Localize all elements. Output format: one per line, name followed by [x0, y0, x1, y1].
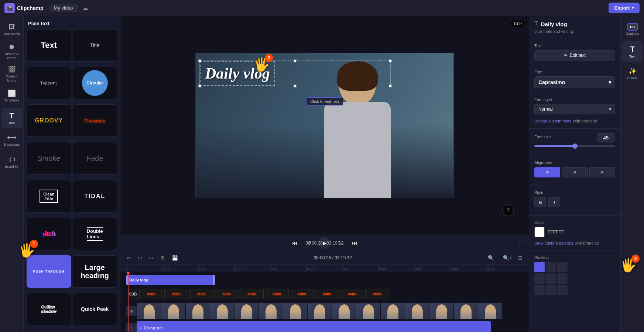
rp-color-swatch[interactable] — [534, 227, 545, 237]
sidebar-item-record-create[interactable]: ⏺ Record & create — [1, 41, 22, 62]
fullscreen-button[interactable]: ⛶ — [519, 240, 524, 246]
fit-button[interactable]: ⊡ — [516, 254, 524, 262]
sidebar-item-content-library[interactable]: 🎬 Content library — [1, 63, 22, 84]
thumb-12[interactable] — [405, 303, 429, 319]
tools-item-effects[interactable]: ✨ Effects — [622, 63, 643, 84]
thumb-1[interactable] — [137, 303, 161, 319]
sub-chip-2[interactable]: SUBS — [164, 289, 188, 299]
handle-br[interactable] — [389, 84, 392, 87]
pos-cell-bl[interactable] — [534, 285, 545, 295]
sub-chip-1[interactable]: SUBS — [139, 289, 163, 299]
rp-font-size-input[interactable] — [597, 133, 615, 142]
help-button[interactable]: ? — [502, 204, 514, 216]
pos-cell-tr[interactable] — [557, 262, 568, 272]
card-fireworks[interactable]: Fireworks — [73, 104, 117, 137]
card-outline-shadow[interactable]: Outlineshadow — [27, 293, 71, 325]
sidebar-item-text[interactable]: T Text — [1, 108, 22, 128]
card-groovy[interactable]: GROOVY — [27, 104, 71, 137]
thumb-5[interactable] — [234, 303, 258, 319]
sub-chip-6[interactable]: SUBS — [265, 289, 289, 299]
card-title[interactable]: Title — [73, 29, 117, 62]
thumb-14[interactable] — [454, 303, 478, 319]
thumb-7[interactable] — [283, 303, 307, 319]
thumb-4[interactable] — [210, 303, 234, 319]
rp-edit-text-button[interactable]: ✏ Edit text — [534, 50, 615, 60]
rp-align-center-button[interactable]: ≡ — [562, 167, 588, 177]
card-fade[interactable]: Fade — [73, 142, 117, 174]
card-push-through[interactable]: PUSH THROUGH — [27, 255, 71, 288]
pos-cell-mr[interactable] — [557, 273, 568, 284]
pos-cell-ml[interactable] — [534, 273, 545, 284]
sidebar-item-transitions[interactable]: ⟷ Transitions — [1, 130, 22, 151]
skip-back-button[interactable]: ⏮ — [290, 238, 299, 248]
skip-forward-button[interactable]: ⏭ — [350, 238, 359, 248]
tools-item-text[interactable]: T Text — [622, 41, 643, 62]
pos-cell-mc[interactable] — [546, 273, 556, 284]
card-smoke[interactable]: Smoke — [27, 142, 71, 174]
thumb-11[interactable] — [381, 303, 405, 319]
delete-button[interactable]: 🗑 — [158, 254, 167, 262]
card-circular[interactable]: Circular — [73, 67, 117, 99]
sub-chip-3[interactable]: SUBS — [189, 289, 213, 299]
rp-slider-thumb[interactable] — [572, 143, 578, 149]
rp-upload-fonts-link[interactable]: Upload custom fonts — [534, 119, 571, 123]
thumb-8[interactable] — [308, 303, 332, 319]
text-overlay-container[interactable]: Daily vlog — [199, 60, 391, 86]
pos-cell-tl[interactable] — [534, 262, 545, 272]
text-clip[interactable]: Daily vlog — [126, 275, 215, 285]
card-double-lines[interactable]: DoubleLines — [73, 218, 117, 250]
rp-align-right-button[interactable]: ≡ — [589, 167, 615, 177]
card-glitch[interactable]: ᵹitch — [27, 218, 71, 250]
handle-bc[interactable] — [294, 84, 297, 87]
thumb-2[interactable] — [161, 303, 185, 319]
thumb-3[interactable] — [186, 303, 210, 319]
rp-font-select[interactable]: Caprasimo ▾ — [534, 76, 615, 88]
video-tab[interactable]: My video — [49, 4, 78, 12]
rp-save-palettes-link[interactable]: Save custom palettes — [534, 241, 573, 245]
rp-font-size-slider[interactable] — [534, 145, 615, 147]
timeline-tracks[interactable]: Daily vlog SUB SUBS SUBS SUBS SUBS SUBS … — [120, 272, 529, 332]
rp-font-style-select[interactable]: Normal ▾ — [534, 104, 615, 114]
card-clean-title[interactable]: CleanTitle — [27, 180, 71, 212]
sub-chip-7[interactable]: SUBS — [290, 289, 314, 299]
clip-handle-right[interactable] — [213, 275, 215, 285]
sub-chip-9[interactable]: SUBS — [340, 289, 364, 299]
click-to-edit-tooltip[interactable]: Click to edit text — [306, 97, 343, 106]
zoom-out-button[interactable]: 🔍− — [486, 254, 499, 262]
sub-chip-8[interactable]: SUBS — [315, 289, 339, 299]
handle-tr[interactable] — [389, 59, 392, 62]
sidebar-item-brand-kit[interactable]: 🏷 Brand kit — [1, 152, 22, 173]
split-button[interactable]: ✂ — [125, 254, 133, 262]
rp-bold-button[interactable]: B — [534, 197, 546, 207]
card-typewriter[interactable]: Typewr| — [27, 67, 71, 99]
undo-button[interactable]: ↩ — [136, 254, 144, 262]
sidebar-item-your-media[interactable]: 🖼 Your media — [1, 19, 22, 40]
thumb-10[interactable] — [356, 303, 380, 319]
sub-chip-5[interactable]: SUBS — [240, 289, 264, 299]
export-button[interactable]: Export ▾ — [609, 3, 640, 13]
sidebar-item-templates[interactable]: ⬜ Templates — [1, 86, 22, 106]
app-logo[interactable]: 🎬 Clipchamp — [4, 3, 44, 13]
card-quick-peek[interactable]: Quick Peek — [73, 293, 117, 325]
thumb-9[interactable] — [332, 303, 356, 319]
sub-chip-4[interactable]: SUBS — [215, 289, 239, 299]
playhead[interactable] — [128, 272, 129, 332]
zoom-in-button[interactable]: 🔍+ — [501, 254, 514, 262]
card-large-heading[interactable]: Largeheading — [73, 255, 117, 288]
handle-bl[interactable] — [198, 84, 201, 87]
save-button[interactable]: 💾 — [170, 254, 180, 262]
pos-cell-bc[interactable] — [546, 285, 556, 295]
tools-item-captions[interactable]: CC Captions — [622, 19, 643, 40]
thumb-15[interactable] — [478, 303, 502, 319]
video-title-text[interactable]: Daily vlog — [200, 61, 275, 86]
rp-align-left-button[interactable]: ≡ — [534, 167, 560, 177]
pos-cell-tc[interactable] — [546, 262, 556, 272]
video-canvas[interactable]: Daily vlog Click to edit text — [195, 53, 454, 198]
audio-track-clip[interactable]: ♪ Rising star — [137, 321, 491, 332]
card-tidal[interactable]: TIDAL — [73, 180, 117, 212]
thumb-6[interactable] — [259, 303, 283, 319]
rp-italic-button[interactable]: I — [548, 197, 560, 207]
sub-chip-10[interactable]: SUBS — [365, 289, 389, 299]
thumb-13[interactable] — [429, 303, 453, 319]
pos-cell-br[interactable] — [557, 285, 568, 295]
